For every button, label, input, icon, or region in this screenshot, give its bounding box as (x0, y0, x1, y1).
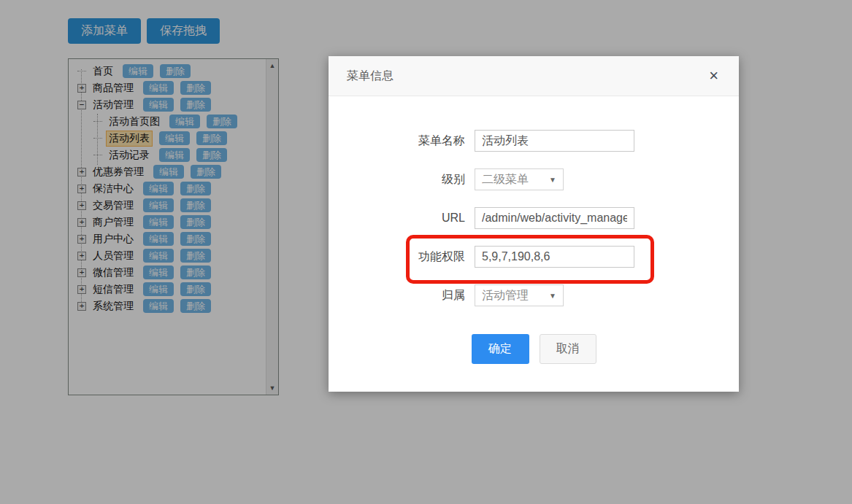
chevron-down-icon: ▼ (549, 292, 556, 300)
field-label: 级别 (329, 172, 465, 187)
form-row: 功能权限 (329, 246, 739, 268)
dialog-body: 菜单名称级别二级菜单▼URL功能权限归属活动管理▼确定取消 (329, 96, 739, 364)
select-value: 二级菜单 (482, 172, 529, 187)
field-label: 菜单名称 (329, 133, 465, 149)
cancel-button[interactable]: 取消 (540, 334, 596, 364)
dialog-actions: 确定取消 (329, 334, 739, 364)
text-input[interactable] (475, 207, 634, 229)
form-row: 菜单名称 (329, 130, 739, 152)
select-value: 活动管理 (482, 288, 529, 303)
select-dropdown[interactable]: 二级菜单▼ (475, 168, 564, 190)
menu-info-dialog: 菜单信息 × 菜单名称级别二级菜单▼URL功能权限归属活动管理▼确定取消 (329, 56, 739, 392)
form-row: URL (329, 207, 739, 229)
form-row: 归属活动管理▼ (329, 284, 739, 306)
text-input[interactable] (475, 130, 634, 152)
ok-button[interactable]: 确定 (472, 334, 529, 364)
dialog-title: 菜单信息 (347, 69, 394, 84)
select-dropdown[interactable]: 活动管理▼ (475, 284, 564, 306)
field-label: 功能权限 (329, 249, 465, 265)
close-icon[interactable]: × (709, 69, 718, 83)
dialog-header: 菜单信息 × (329, 56, 739, 96)
field-label: URL (329, 212, 465, 225)
permissions-input[interactable] (475, 246, 634, 268)
form-row: 级别二级菜单▼ (329, 168, 739, 190)
field-label: 归属 (329, 288, 465, 303)
chevron-down-icon: ▼ (549, 176, 556, 184)
